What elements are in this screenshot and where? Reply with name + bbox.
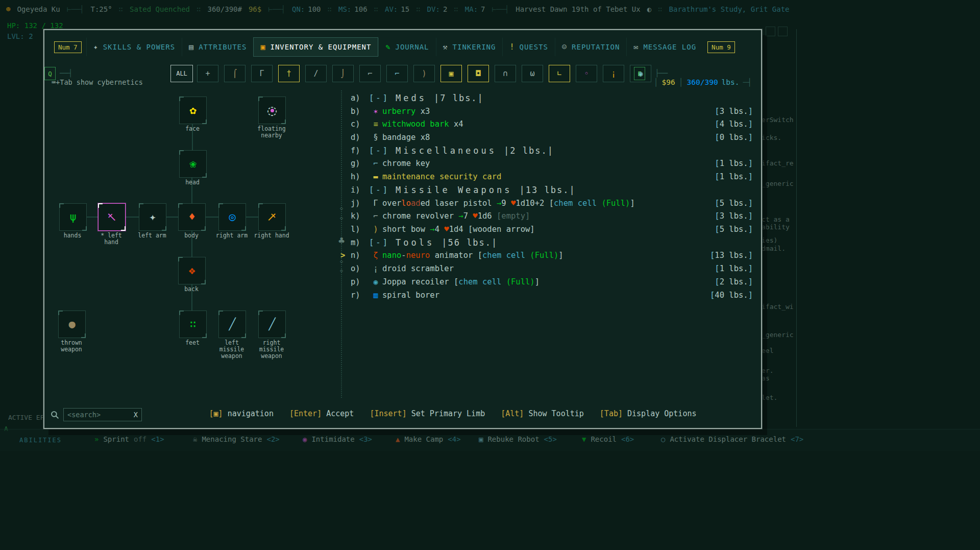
inventory-row-bandage[interactable]: d) § bandage x8 [0 lbs.] [351,131,755,144]
filter-long-blades[interactable]: / [305,65,327,82]
inventory-row-spiral-borer[interactable]: r) ▥ spiral borer [40 lbs.] [351,289,755,302]
moon-icon: ◐ [647,5,651,13]
head-item-icon: ❀ [189,158,196,170]
temperature: T:25° [90,5,112,13]
filter-pistols[interactable]: ⌐ [386,65,408,82]
separator: ⊢──┤ [67,5,84,13]
search-box: <search> X [51,408,142,421]
cycle-right-key[interactable]: E [634,67,645,80]
equip-slot-feet[interactable]: ∷ [179,310,207,338]
stat-dv: DV:2 [427,5,448,13]
inventory-list: a) [-] Meds |7 lbs.| b) ✶ urberry x3 [3 … [351,91,755,302]
recoil-icon: ▼ [582,435,586,443]
filter-boots[interactable]: ∟ [549,65,570,82]
rebuke-robot-icon: ▣ [479,435,483,443]
numpad-left-key[interactable]: Num 7 [54,41,82,53]
filter-bows[interactable]: ) [413,65,435,82]
filter-helmets[interactable]: ∩ [495,65,516,82]
weight-unit: lbs. [722,78,740,86]
tab-bar: Num 7 ✦ SKILLS & POWERS ▤ ATTRIBUTES ▣ I… [50,36,756,58]
status-bar: ☻ Ogeyeda Ku ⊢──┤ T:25° ∷ Sated Quenched… [6,5,980,13]
borer-icon: ▥ [369,291,382,300]
separator: ∷ [454,5,458,13]
search-clear-button[interactable]: X [134,411,138,419]
money-weight-readout: │ $96 │ 360/390 lbs. ─┤ [654,78,752,86]
inventory-row-laser-pistol[interactable]: j) Γ overloaded laser pistol →9 ♥1d10+2 … [351,197,755,210]
right-missile-weapon-item-icon: ╱ [268,319,275,330]
inventory-category-tools[interactable]: m) [-] Tools |56 lbs.| [351,236,755,249]
ability-sprint[interactable]: » Sprint off <1> [94,435,164,443]
slot-label: right hand [254,232,289,239]
carry-weight: 360/390# [208,5,242,13]
inventory-category-missile-weapons[interactable]: i) [-] Missile Weapons |13 lbs.| [351,183,755,197]
inventory-row-joppa-recoiler[interactable]: p) ◉ Joppa recoiler [chem cell (Full)] [… [351,275,755,289]
separator: ∷ [658,5,662,13]
filter-gauntlets[interactable]: ω [522,65,543,82]
spears-icon: ⌡ [340,69,345,78]
equip-slot-left-arm[interactable]: ✦ [139,203,166,231]
inventory-row-nano-neuro-animator[interactable]: > n) ζ nano-neuro animator [chem cell (F… [351,249,755,262]
inventory-category-meds[interactable]: a) [-] Meds |7 lbs.| [351,91,755,105]
ability-make-camp[interactable]: ▲ Make Camp <4> [396,435,461,443]
equip-slot-floating-nearby[interactable]: ◌ [258,97,286,124]
chest-icon: ▣ [260,42,265,52]
inventory-category-miscellaneous[interactable]: f) [-] Miscellaneous |2 lbs.| [351,144,755,157]
rifles-icon: ⌐ [368,69,372,78]
ability-activate-displacer-bracelet[interactable]: ○ Activate Displacer Bracelet <7> [661,435,803,443]
tab-inventory-equipment[interactable]: ▣ INVENTORY & EQUIPMENT [253,37,378,57]
equip-slot-right-hand[interactable]: † [258,203,286,231]
background-text-fragment: eel [762,347,773,354]
equip-slot-right-arm[interactable]: ◎ [218,203,246,231]
equip-slot-thrown-weapon[interactable]: ● [58,310,86,338]
filter-all-button[interactable]: ALL [170,65,193,82]
equip-slot-back[interactable]: ❖ [178,257,206,284]
tab-attributes[interactable]: ▤ ATTRIBUTES [182,38,253,56]
inventory-row-chrome-key[interactable]: g) ⌐ chrome key [1 lbs.] [351,157,755,171]
filter-armor[interactable]: ▣ [440,65,462,82]
filter-natural-weapons[interactable]: + [197,65,218,82]
hint-accept: [Enter] Accept [289,409,354,418]
inventory-row-short-bow[interactable]: l) ) short bow →4 ♥1d4 [wooden arrow] [5… [351,223,755,236]
filter-light-sources[interactable]: ¡ [603,65,624,82]
tab-message-log[interactable]: ✉ MESSAGE LOG [626,38,703,56]
daggers-icon: † [286,69,291,78]
filter-rifles[interactable]: ⌐ [359,65,381,82]
tab-tinkering[interactable]: ⚒ TINKERING [436,38,503,56]
tab-skills-powers[interactable]: ✦ SKILLS & POWERS [86,38,182,56]
inventory-row-witchwood-bark[interactable]: c) ≡ witchwood bark x4 [4 lbs.] [351,117,755,131]
equip-slot-body[interactable]: ♦ [178,203,206,231]
search-input[interactable]: <search> X [63,408,142,421]
filter-axes[interactable]: Γ [251,65,273,82]
equip-slot-left-hand[interactable]: † [98,203,126,231]
inventory-row-urberry[interactable]: b) ✶ urberry x3 [3 lbs.] [351,105,755,118]
stat-av: AV:15 [385,5,409,13]
inventory-row-droid-scrambler[interactable]: o) ¡ droid scrambler [1 lbs.] [351,262,755,275]
long-blades-icon: / [313,69,318,78]
equip-slot-head[interactable]: ❀ [179,150,207,178]
equip-slot-right-missile-weapon[interactable]: ╱ [258,310,286,338]
filter-jewelry[interactable]: ◦ [576,65,597,82]
revolver-icon: ⌐ [369,211,382,221]
equip-slot-left-missile-weapon[interactable]: ╱ [218,310,246,338]
ability-rebuke-robot[interactable]: ▣ Rebuke Robot <5> [479,435,557,443]
filter-cudgels[interactable]: ⌠ [224,65,246,82]
skills-icon: ✦ [93,42,99,52]
ability-menacing-stare[interactable]: ☠ Menacing Stare <2> [193,435,280,443]
inventory-row-security-card[interactable]: h) ▬ maintenance security card [1 lbs.] [351,170,755,183]
divider-tree-icon: ♣ [336,234,347,247]
ability-intimidate[interactable]: ◉ Intimidate <3> [303,435,372,443]
game-date: Harvest Dawn 19th of Tebet Ux [516,5,640,13]
animator-icon: ζ [369,251,382,260]
numpad-right-key[interactable]: Num 9 [707,41,735,53]
equip-slot-face[interactable]: ✿ [179,97,207,124]
slot-label: left arm [134,232,170,239]
filter-spears[interactable]: ⌡ [332,65,354,82]
filter-shields[interactable]: ◘ [468,65,489,82]
filter-daggers[interactable]: † [278,65,300,82]
tab-quests[interactable]: ! QUESTS [502,38,555,56]
inventory-row-chrome-revolver[interactable]: k) ⌐ chrome revolver →7 ♥1d6 [empty] [3 … [351,209,755,223]
tab-reputation[interactable]: ☺ REPUTATION [555,38,626,56]
tab-journal[interactable]: ✎ JOURNAL [378,38,435,56]
equip-slot-hands[interactable]: ψ [59,203,87,231]
ability-recoil[interactable]: ▼ Recoil <6> [582,435,634,443]
